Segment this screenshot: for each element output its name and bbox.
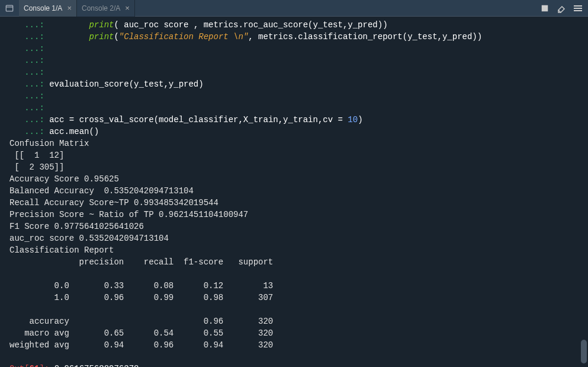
continuation-prompt: ...: [9,56,49,65]
svg-rect-3 [574,5,582,7]
close-icon[interactable]: × [125,4,130,12]
code-func: print [89,20,114,30]
continuation-prompt: ...: [9,20,49,30]
code-text: acc = cross_val_score(model_classifier,X… [49,115,348,125]
code-text [49,20,89,30]
output-line: accuracy 0.96 320 [9,317,273,326]
output-line: 1.0 0.96 0.99 0.98 307 [9,293,273,302]
scrollbar[interactable] [580,17,587,367]
output-line: Recall Accuracy Score~TP 0.9934853420195… [9,198,219,208]
output-line: macro avg 0.65 0.54 0.55 320 [9,328,273,338]
scrollbar-thumb[interactable] [581,340,587,363]
output-line: Confusion Matrix [9,139,89,148]
output-line: Precision Score ~ Ratio of TP 0.96214511… [9,210,248,219]
close-icon[interactable]: × [67,4,72,12]
console-output[interactable]: ...: print( auc_roc score , metrics.roc_… [0,17,588,367]
code-text: evaluation_score(y_test,y_pred) [49,79,203,89]
code-text: ( [114,32,118,42]
code-text [49,32,89,42]
svg-rect-2 [542,5,548,11]
code-string: "Classification Report \n" [119,32,248,42]
menu-icon[interactable] [573,3,583,14]
output-line: Balanced Accuracy 0.5352042094713104 [9,186,194,196]
code-text: ( auc_roc score , metrics.roc_auc_score(… [114,20,387,30]
continuation-prompt: ...: [9,44,49,53]
tab-console-2a[interactable]: Console 2/A × [77,0,135,17]
output-line: Accuracy Score 0.95625 [9,174,119,184]
toolbar-right [539,3,588,14]
continuation-prompt: ...: [9,79,49,89]
tabs-container: Console 1/A × Console 2/A × [0,0,539,17]
continuation-prompt: ...: [9,32,49,42]
out-prompt: Out[61]: [9,364,54,367]
output-line: F1 Score 0.9775641025641026 [9,222,144,231]
continuation-prompt: ...: [9,68,49,77]
code-func: print [89,32,114,42]
output-line: [ 2 305]] [9,162,64,172]
titlebar: Console 1/A × Console 2/A × [0,0,588,17]
output-line: [[ 1 12] [9,151,64,160]
stop-icon[interactable] [539,3,550,14]
code-text: acc.mean() [49,127,99,136]
output-line: precision recall f1-score support [9,257,273,267]
svg-rect-0 [6,5,12,11]
eraser-icon[interactable] [556,3,567,14]
output-line: Classification Report [9,245,119,255]
continuation-prompt: ...: [9,91,49,101]
svg-rect-4 [574,8,582,9]
console-container: ...: print( auc_roc score , metrics.roc_… [0,17,588,367]
code-number: 10 [348,115,358,125]
output-line: 0.0 0.33 0.08 0.12 13 [9,281,273,291]
continuation-prompt: ...: [9,115,49,125]
tab-label: Console 2/A [82,4,120,12]
window-icon [4,2,15,14]
tab-label: Console 1/A [24,4,62,12]
output-result: 0.961675688976378 [54,364,139,367]
svg-rect-5 [574,10,582,11]
output-line: auc_roc score 0.5352042094713104 [9,234,169,243]
output-line: weighted avg 0.94 0.96 0.94 320 [9,340,273,350]
continuation-prompt: ...: [9,127,49,136]
code-text: , metrics.classification_report(y_test,y… [248,32,482,42]
tab-console-1a[interactable]: Console 1/A × [19,0,77,17]
continuation-prompt: ...: [9,103,49,113]
code-text: ) [358,115,362,125]
